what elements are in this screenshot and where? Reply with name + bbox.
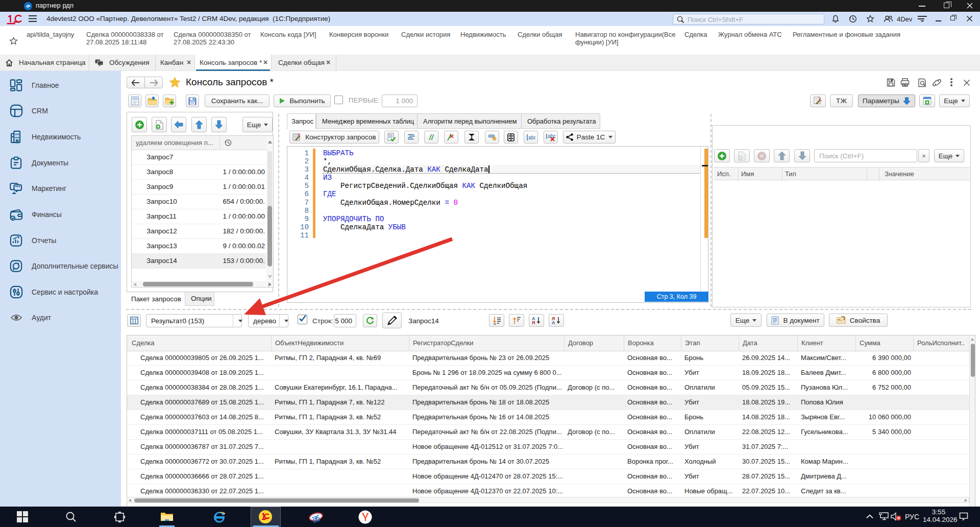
svg-text:abc: abc xyxy=(528,135,535,140)
svg-text:А: А xyxy=(552,320,555,325)
svg-text:Я: Я xyxy=(532,320,535,325)
